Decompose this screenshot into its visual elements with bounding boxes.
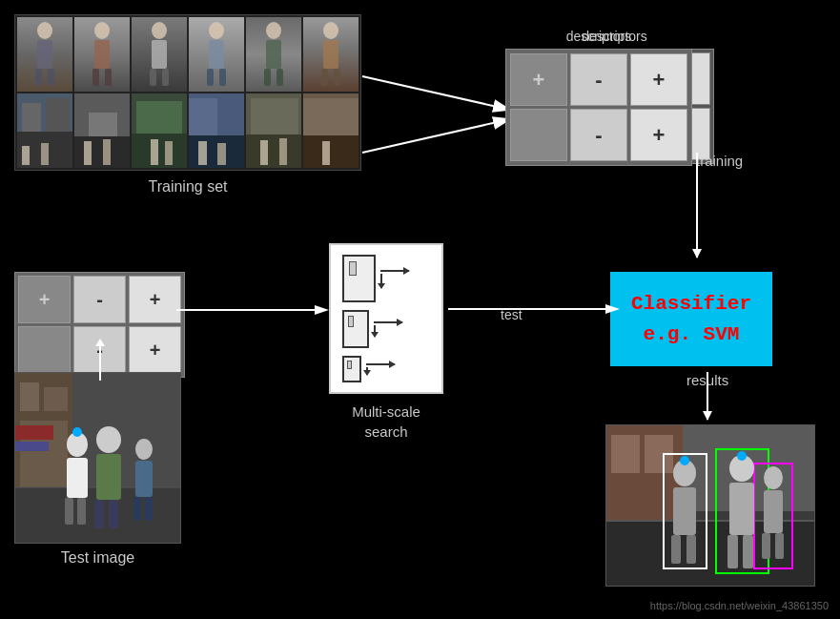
svg-rect-38	[151, 139, 158, 165]
training-set-label: Training set	[14, 178, 361, 196]
svg-rect-52	[303, 135, 359, 168]
train-img-3	[132, 17, 187, 92]
train-img-5	[246, 17, 301, 92]
svg-point-8	[152, 22, 167, 39]
training-flow: training	[696, 153, 743, 175]
svg-rect-34	[103, 139, 111, 165]
svg-rect-69	[673, 487, 696, 535]
classifier-line1: Classifier	[631, 293, 751, 315]
svg-rect-54	[322, 141, 330, 165]
svg-point-76	[764, 466, 783, 489]
svg-rect-47	[246, 134, 301, 168]
test-image-block: Test image	[14, 372, 181, 567]
svg-marker-111	[95, 339, 105, 346]
svg-rect-50	[279, 138, 287, 165]
svg-rect-23	[334, 69, 340, 86]
descriptors-full: descriptors + - + - +	[505, 29, 692, 166]
train-img-1	[17, 17, 72, 92]
results-down-arrow	[707, 372, 708, 420]
d1: +	[510, 53, 567, 106]
svg-rect-29	[41, 143, 49, 165]
classifier-text: Classifier e.g. SVM	[631, 289, 751, 349]
svg-point-103	[135, 439, 153, 460]
svg-rect-18	[264, 69, 271, 86]
svg-rect-32	[89, 113, 117, 136]
svg-rect-108	[15, 425, 53, 440]
svg-rect-101	[94, 500, 104, 528]
training-arrows	[362, 57, 524, 175]
svg-rect-6	[92, 69, 99, 86]
svg-rect-43	[217, 98, 244, 135]
test-image-label: Test image	[14, 549, 181, 567]
svg-point-12	[209, 22, 224, 39]
svg-rect-10	[150, 69, 156, 86]
svg-rect-11	[162, 69, 169, 86]
svg-rect-96	[67, 458, 88, 498]
svg-rect-22	[321, 69, 328, 86]
svg-point-99	[96, 426, 121, 453]
svg-rect-49	[260, 140, 268, 165]
test-to-desc-arrow	[91, 339, 110, 385]
svg-rect-105	[133, 497, 141, 521]
svg-rect-97	[65, 498, 73, 525]
svg-rect-90	[20, 382, 39, 411]
svg-rect-104	[135, 461, 153, 497]
svg-rect-74	[727, 535, 738, 568]
svg-rect-2	[35, 69, 42, 86]
svg-rect-79	[775, 533, 784, 559]
svg-rect-100	[96, 454, 121, 500]
svg-rect-75	[743, 535, 753, 568]
d5: -	[570, 109, 627, 161]
svg-rect-3	[48, 69, 54, 86]
multiscale-block: Multi-scale search	[329, 243, 443, 442]
classifier-line2: e.g. SVM	[644, 323, 740, 345]
training-set-block: Training set	[14, 14, 361, 196]
svg-rect-91	[44, 387, 68, 411]
svg-rect-48	[251, 98, 298, 134]
d3: +	[630, 53, 687, 106]
svg-rect-28	[22, 146, 30, 165]
svg-rect-33	[84, 141, 92, 165]
scale-item-3	[342, 356, 430, 382]
svg-rect-44	[198, 141, 207, 165]
svg-rect-17	[266, 40, 281, 69]
svg-rect-63	[606, 521, 815, 587]
test-image	[14, 372, 181, 544]
svg-rect-39	[165, 141, 173, 165]
svg-rect-71	[686, 535, 696, 564]
svg-point-80	[680, 456, 689, 465]
multiscale-label: Multi-scale search	[329, 402, 443, 442]
svg-rect-42	[189, 98, 217, 135]
svg-marker-85	[315, 305, 329, 315]
train-img-10	[189, 93, 244, 168]
bd3: +	[129, 276, 181, 323]
svg-rect-7	[105, 69, 112, 86]
scale-rect-small	[342, 356, 361, 382]
svg-rect-1	[37, 40, 52, 69]
svg-rect-26	[22, 103, 41, 132]
classifier-block: Classifier e.g. SVM	[610, 272, 772, 366]
svg-rect-36	[132, 134, 187, 168]
svg-point-0	[37, 22, 52, 39]
svg-rect-102	[109, 500, 118, 528]
multiscale-box	[329, 243, 443, 394]
svg-rect-5	[94, 40, 110, 69]
training-down-arrow	[696, 153, 698, 258]
svg-rect-41	[189, 135, 244, 168]
d4	[510, 109, 567, 161]
svg-rect-27	[46, 98, 70, 132]
svg-marker-87	[605, 304, 620, 314]
scale-rect-large	[342, 255, 376, 302]
svg-rect-73	[729, 483, 754, 535]
svg-rect-78	[762, 533, 770, 559]
scale-item-1	[342, 255, 430, 302]
d2: -	[570, 53, 627, 106]
svg-rect-21	[323, 40, 338, 69]
svg-point-16	[266, 22, 281, 39]
results-flow: results	[686, 372, 728, 393]
training-label: training	[696, 153, 743, 169]
svg-line-56	[362, 119, 510, 153]
svg-rect-61	[611, 435, 640, 473]
train-img-12	[303, 93, 359, 168]
train-img-6	[303, 17, 359, 92]
